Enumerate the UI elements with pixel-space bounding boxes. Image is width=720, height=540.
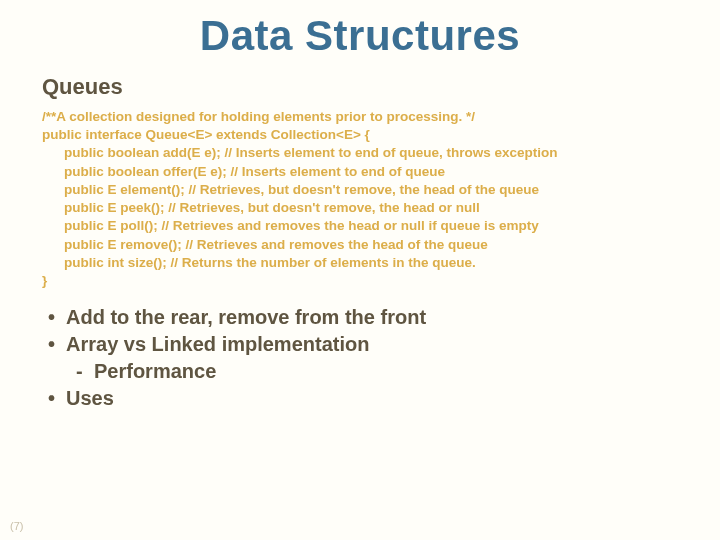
code-declaration: public interface Queue<E> extends Collec… xyxy=(42,126,700,144)
section-heading: Queues xyxy=(42,74,720,100)
code-line: public E element(); // Retrieves, but do… xyxy=(64,181,700,199)
sub-list: Performance xyxy=(66,358,720,385)
sub-item: Performance xyxy=(66,358,720,385)
code-line: public E poll(); // Retrieves and remove… xyxy=(64,217,700,235)
slide-title: Data Structures xyxy=(0,12,720,60)
code-line: public boolean add(E e); // Inserts elem… xyxy=(64,144,700,162)
code-line: public boolean offer(E e); // Inserts el… xyxy=(64,163,700,181)
bullet-item: Array vs Linked implementation Performan… xyxy=(48,331,720,385)
code-block: /**A collection designed for holding ele… xyxy=(42,108,700,290)
code-line: public E peek(); // Retrieves, but doesn… xyxy=(64,199,700,217)
code-line: public E remove(); // Retrieves and remo… xyxy=(64,236,700,254)
code-line: public int size(); // Returns the number… xyxy=(64,254,700,272)
page-number: (7) xyxy=(10,520,23,532)
bullet-text: Array vs Linked implementation xyxy=(66,333,369,355)
bullet-item: Uses xyxy=(48,385,720,412)
bullet-item: Add to the rear, remove from the front xyxy=(48,304,720,331)
bullet-list: Add to the rear, remove from the front A… xyxy=(48,304,720,412)
code-close: } xyxy=(42,272,700,290)
code-comment: /**A collection designed for holding ele… xyxy=(42,108,700,126)
